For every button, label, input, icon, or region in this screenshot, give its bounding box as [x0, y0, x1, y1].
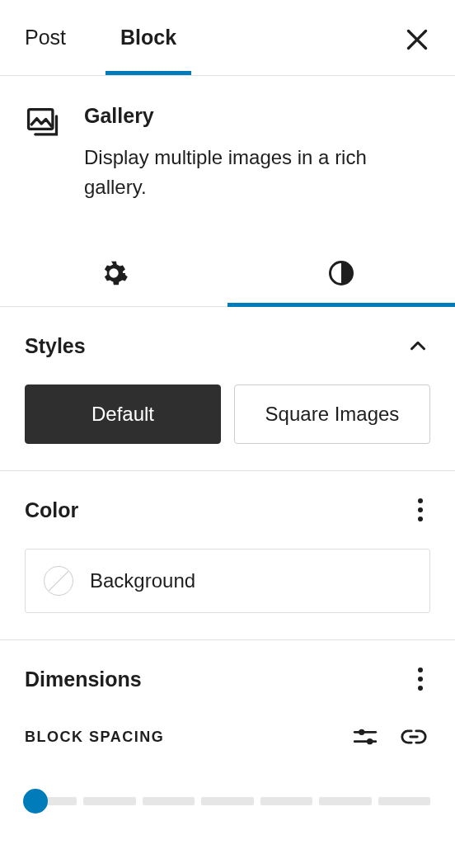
color-options-button[interactable]: [410, 497, 430, 523]
style-variant-square[interactable]: Square Images: [234, 384, 430, 444]
block-description: Display multiple images in a rich galler…: [84, 143, 430, 202]
chevron-up-icon: [406, 333, 430, 358]
color-section-title: Color: [25, 498, 78, 522]
tab-block[interactable]: Block: [120, 1, 176, 74]
empty-swatch-icon: [44, 566, 73, 596]
styles-section-toggle[interactable]: Styles: [25, 307, 430, 384]
gear-icon: [99, 258, 129, 288]
spacing-custom-button[interactable]: [351, 723, 379, 751]
styles-section-title: Styles: [25, 334, 86, 358]
gallery-icon: [25, 106, 66, 202]
block-spacing-label: BLOCK SPACING: [25, 729, 164, 746]
sliders-icon: [351, 723, 379, 751]
background-color-button[interactable]: Background: [25, 549, 430, 613]
spacing-link-button[interactable]: [397, 723, 430, 751]
block-title: Gallery: [84, 104, 430, 128]
tab-settings[interactable]: [0, 240, 228, 306]
dimensions-options-button[interactable]: [410, 666, 430, 692]
tab-post[interactable]: Post: [25, 1, 66, 74]
link-icon: [397, 723, 430, 751]
close-icon: [402, 25, 432, 54]
close-button[interactable]: [402, 25, 432, 54]
dimensions-section-title: Dimensions: [25, 668, 142, 691]
slider-thumb[interactable]: [23, 789, 48, 814]
style-variant-default[interactable]: Default: [25, 384, 221, 444]
svg-point-3: [359, 729, 364, 735]
svg-point-5: [367, 738, 373, 744]
tab-styles[interactable]: [228, 240, 455, 306]
background-color-label: Background: [90, 569, 195, 592]
contrast-icon: [326, 258, 356, 288]
block-spacing-slider[interactable]: [25, 797, 430, 805]
svg-rect-0: [29, 110, 53, 130]
